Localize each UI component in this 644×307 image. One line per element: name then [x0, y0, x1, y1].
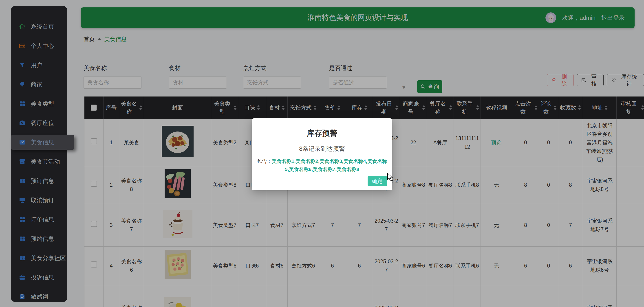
- modal-subtitle: 8条记录到达预警: [252, 145, 392, 153]
- modal-title: 库存预警: [252, 128, 392, 138]
- modal-body: 包含：美食名称1,美食名称2,美食名称3,美食名称4,美食名称5,美食名称6,美…: [255, 157, 389, 173]
- mouse-cursor-icon: [387, 173, 394, 182]
- modal-included-names: 美食名称1,美食名称2,美食名称3,美食名称4,美食名称5,美食名称6,美食名称…: [272, 158, 387, 172]
- stock-warning-modal: 库存预警 8条记录到达预警 包含：美食名称1,美食名称2,美食名称3,美食名称4…: [252, 118, 392, 190]
- modal-prefix: 包含：: [257, 158, 272, 164]
- page: 系统首页个人中心用户商家美食类型餐厅座位美食信息美食节活动预订信息取消预订订单信…: [0, 0, 644, 307]
- confirm-button[interactable]: 确定: [368, 176, 387, 186]
